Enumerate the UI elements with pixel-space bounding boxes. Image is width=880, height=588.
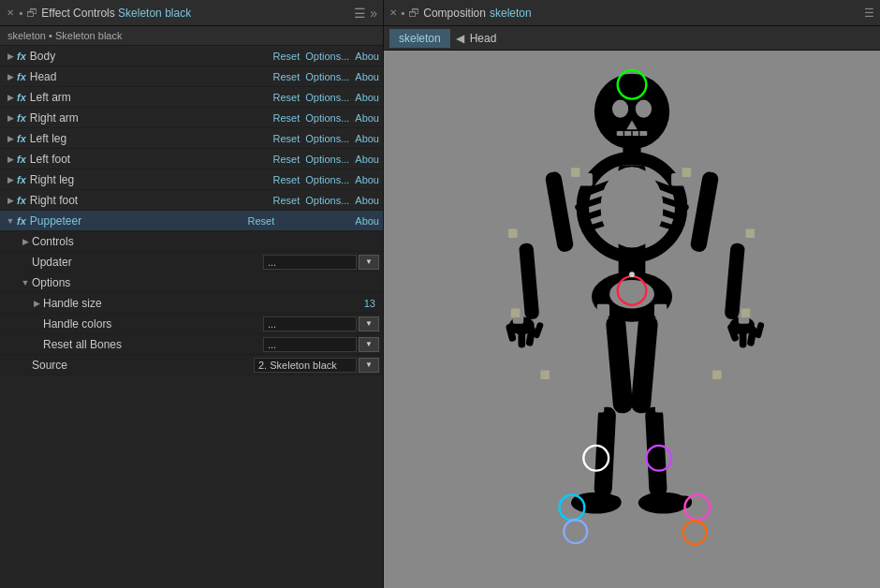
effect-row-right-foot[interactable]: ▶ fx Right foot Reset Options... Abou (0, 190, 383, 211)
comp-close-button[interactable]: ✕ (389, 7, 397, 18)
source-dropdown[interactable]: 2. Skeleton black ▼ (254, 358, 379, 373)
options-left-foot[interactable]: Options... (305, 154, 349, 165)
reset-all-bones-label: Reset all Bones (43, 338, 263, 351)
effect-row-body[interactable]: ▶ fx Body Reset Options... Abou (0, 46, 383, 66)
options-right-arm[interactable]: Options... (305, 112, 349, 124)
handle-colors-row[interactable]: Handle colors ... ▼ (0, 314, 383, 334)
svg-rect-62 (571, 168, 580, 177)
options-row[interactable]: ▼ Options (0, 272, 383, 293)
options-right-foot[interactable]: Options... (305, 195, 349, 206)
handle-colors-dropdown-btn[interactable]: ▼ (359, 316, 379, 331)
reset-head[interactable]: Reset (272, 71, 300, 82)
effect-row-left-arm[interactable]: ▶ fx Left arm Reset Options... Abou (0, 87, 383, 108)
about-right-leg[interactable]: Abou (355, 174, 379, 185)
reset-puppeteer[interactable]: Reset (248, 215, 275, 227)
effect-row-right-arm[interactable]: ▶ fx Right arm Reset Options... Abou (0, 108, 383, 128)
comp-menu-button[interactable]: ☰ (864, 7, 874, 20)
about-left-arm[interactable]: Abou (355, 92, 379, 103)
about-right-arm[interactable]: Abou (355, 112, 379, 124)
svg-rect-47 (597, 304, 609, 316)
reset-all-bones-dropdown-btn[interactable]: ▼ (359, 337, 379, 352)
svg-rect-64 (508, 228, 518, 238)
expand-arrow-head[interactable]: ▶ (4, 70, 17, 83)
options-left-arm[interactable]: Options... (305, 92, 349, 103)
about-right-foot[interactable]: Abou (355, 195, 379, 206)
svg-point-59 (564, 520, 587, 543)
options-right-leg[interactable]: Options... (305, 174, 349, 185)
handle-colors-dropdown[interactable]: ... ▼ (263, 316, 379, 331)
about-head[interactable]: Abou (355, 71, 379, 82)
options-body[interactable]: Options... (305, 51, 349, 62)
effect-row-right-leg[interactable]: ▶ fx Right leg Reset Options... Abou (0, 169, 383, 190)
expand-arrow-body[interactable]: ▶ (4, 50, 17, 63)
fx-badge-right-arm: fx (17, 112, 26, 124)
source-dropdown-btn[interactable]: ▼ (359, 358, 379, 373)
about-body[interactable]: Abou (355, 51, 379, 62)
handle-colors-value: ... (263, 316, 357, 331)
updater-row[interactable]: Updater ... ▼ (0, 252, 383, 272)
reset-all-bones-dropdown[interactable]: ... ▼ (263, 337, 379, 352)
nav-arrow-right[interactable]: ◀ (456, 32, 464, 45)
expand-arrow-options[interactable]: ▼ (19, 276, 32, 289)
updater-value: ... (263, 255, 357, 270)
expand-arrow-left-foot[interactable]: ▶ (4, 153, 17, 166)
updater-dropdown[interactable]: ... ▼ (263, 255, 379, 270)
effect-name-right-arm: Right arm (30, 111, 273, 125)
panels-row: ✕ ▪ 🗗 Effect Controls Skeleton black ☰ »… (0, 0, 880, 588)
effect-row-puppeteer[interactable]: ▼ fx Puppeteer Reset Abou (0, 211, 383, 231)
effect-row-head[interactable]: ▶ fx Head Reset Options... Abou (0, 66, 383, 87)
handle-colors-label: Handle colors (43, 317, 263, 331)
svg-rect-23 (545, 170, 575, 253)
about-left-leg[interactable]: Abou (355, 133, 379, 144)
svg-point-61 (629, 272, 635, 277)
reset-all-bones-row[interactable]: Reset all Bones ... ▼ (0, 334, 383, 355)
reset-right-leg[interactable]: Reset (272, 174, 300, 185)
expand-arrow-left-leg[interactable]: ▶ (4, 132, 17, 145)
reset-all-bones-value: ... (263, 337, 357, 352)
svg-rect-52 (655, 402, 666, 412)
effect-row-left-foot[interactable]: ▶ fx Left foot Reset Options... Abou (0, 149, 383, 169)
svg-rect-34 (740, 329, 747, 348)
reset-left-leg[interactable]: Reset (272, 133, 300, 144)
reset-left-foot[interactable]: Reset (272, 154, 300, 165)
reset-right-arm[interactable]: Reset (272, 112, 300, 124)
expand-arrow-puppeteer[interactable]: ▼ (4, 214, 17, 228)
svg-rect-37 (606, 314, 634, 414)
options-head[interactable]: Options... (305, 71, 349, 82)
fx-badge-right-foot: fx (17, 195, 26, 206)
reset-left-arm[interactable]: Reset (272, 92, 300, 103)
updater-dropdown-btn[interactable]: ▼ (359, 255, 379, 270)
doc-icon: 🗗 (26, 7, 37, 20)
svg-rect-41 (630, 314, 658, 414)
effect-row-left-leg[interactable]: ▶ fx Left leg Reset Options... Abou (0, 128, 383, 149)
handle-size-row[interactable]: ▶ Handle size 13 (0, 293, 383, 314)
about-puppeteer[interactable]: Abou (355, 215, 379, 227)
effects-list[interactable]: ▶ fx Body Reset Options... Abou ▶ fx Hea… (0, 46, 383, 588)
expand-arrow-right-arm[interactable]: ▶ (4, 111, 17, 125)
panel-menu-button[interactable]: ☰ (354, 6, 366, 21)
composition-viewport (384, 51, 880, 588)
skeleton-tab[interactable]: skeleton (389, 29, 450, 48)
effect-name-body: Body (30, 50, 273, 63)
expand-arrow-left-arm[interactable]: ▶ (4, 91, 17, 104)
composition-title: skeleton (490, 7, 532, 20)
effect-controls-header: ✕ ▪ 🗗 Effect Controls Skeleton black ☰ » (0, 0, 383, 26)
expand-arrow-handle-size[interactable]: ▶ (30, 297, 43, 310)
svg-rect-65 (745, 228, 755, 238)
skeleton-svg (384, 51, 880, 588)
panel-expand-button[interactable]: » (370, 6, 377, 21)
reset-right-foot[interactable]: Reset (272, 195, 300, 206)
svg-rect-48 (654, 304, 667, 316)
source-row[interactable]: Source 2. Skeleton black ▼ (0, 355, 383, 375)
close-button[interactable]: ✕ (6, 8, 15, 18)
reset-body[interactable]: Reset (272, 51, 300, 62)
svg-point-0 (594, 74, 669, 149)
about-left-foot[interactable]: Abou (355, 154, 379, 165)
svg-rect-68 (540, 371, 550, 380)
controls-row[interactable]: ▶ Controls (0, 231, 383, 252)
expand-arrow-right-leg[interactable]: ▶ (4, 173, 17, 186)
expand-arrow-controls[interactable]: ▶ (19, 235, 32, 248)
svg-point-19 (601, 167, 664, 247)
options-left-leg[interactable]: Options... (305, 133, 349, 144)
expand-arrow-right-foot[interactable]: ▶ (4, 194, 17, 207)
